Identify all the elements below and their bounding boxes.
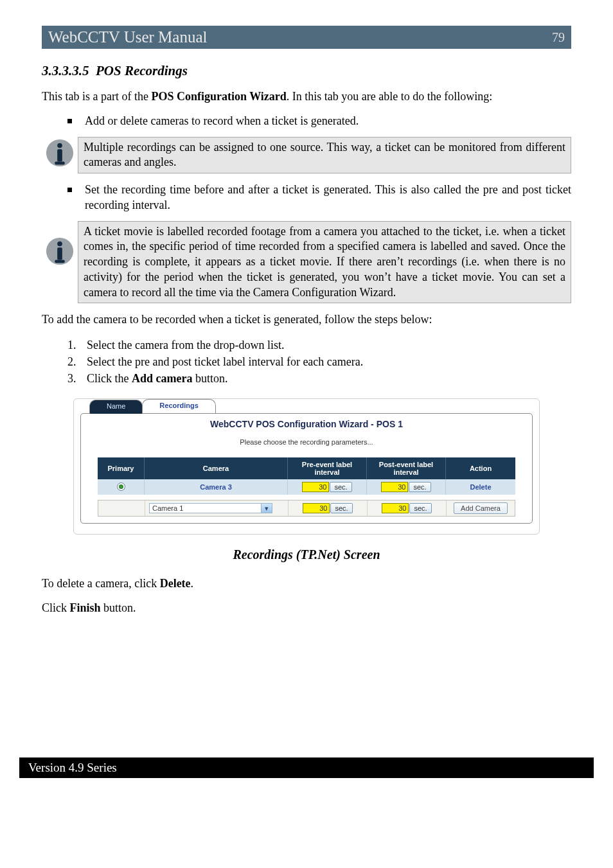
info-note-1-text: Multiple recordings can be assigned to o… <box>78 137 571 174</box>
delete-bold: Delete <box>160 577 191 590</box>
add-camera-cell: Camera 1 ▾ <box>145 500 289 516</box>
list-item: 2.Select the pre and post ticket label i… <box>67 353 571 370</box>
bullet-1-text: Add or delete cameras to record when a t… <box>85 114 571 129</box>
list-item: 3.Click the Add camera button. <box>67 370 571 387</box>
delete-post: . <box>191 577 194 590</box>
finish-instruction: Click Finish button. <box>42 601 571 616</box>
add-post-cell: 30sec. <box>368 500 447 516</box>
col-pre: Pre-event label interval <box>288 457 367 479</box>
step-number: 3. <box>67 370 87 387</box>
svg-rect-2 <box>57 149 62 161</box>
pre-interval-cell: 30sec. <box>288 479 367 495</box>
add-primary-cell <box>98 500 145 516</box>
dropdown-value: Camera 1 <box>150 504 261 513</box>
tab-name[interactable]: Name <box>89 400 143 414</box>
finish-bold: Finish <box>70 601 101 614</box>
wizard-subtitle: Please choose the recording parameters..… <box>81 438 532 446</box>
bullet-square-icon <box>67 119 72 123</box>
step-2-text: Select the pre and post ticket label int… <box>87 353 363 370</box>
post-interval-input[interactable]: 30 <box>382 503 409 513</box>
to-add-paragraph: To add the camera to be recorded when a … <box>42 312 571 328</box>
intro-bold: POS Configuration Wizard <box>151 90 286 103</box>
wizard-title: WebCCTV POS Configuration Wizard - POS 1 <box>81 419 532 429</box>
col-post-label: Post-event label interval <box>379 461 433 476</box>
delete-instruction: To delete a camera, click Delete. <box>42 576 571 592</box>
section-number: 3.3.3.3.5 <box>42 63 89 78</box>
svg-rect-7 <box>55 260 64 263</box>
col-action: Action <box>446 457 515 479</box>
wizard-screenshot: Name Recordings WebCCTV POS Configuratio… <box>73 398 540 535</box>
post-interval-input[interactable]: 30 <box>381 482 408 492</box>
header-bar: WebCCTV User Manual 79 <box>42 26 571 49</box>
col-primary: Primary <box>98 457 145 479</box>
add-camera-button[interactable]: Add Camera <box>454 502 508 514</box>
info-note-2: A ticket movie is labelled recorded foot… <box>42 221 571 304</box>
step-3-text: Click the Add camera button. <box>87 370 228 387</box>
table-header-row: Primary Camera Pre-event label interval … <box>98 457 515 479</box>
sec-button[interactable]: sec. <box>330 503 352 513</box>
bullet-2-text: Set the recording time before and after … <box>85 182 571 213</box>
primary-radio[interactable] <box>117 483 125 491</box>
intro-paragraph: This tab is a part of the POS Configurat… <box>42 89 571 105</box>
intro-after: . In this tab you are able to do the fol… <box>287 90 492 103</box>
svg-rect-6 <box>57 247 62 260</box>
bullet-2: Set the recording time before and after … <box>67 182 571 213</box>
step-1-text: Select the camera from the drop-down lis… <box>87 337 284 353</box>
info-note-1: Multiple recordings can be assigned to o… <box>42 137 571 174</box>
add-pre-cell: 30sec. <box>289 500 368 516</box>
step-3-post: button. <box>192 372 227 385</box>
wizard-tabs: Name Recordings <box>89 399 539 413</box>
tab-recordings[interactable]: Recordings <box>142 399 216 413</box>
list-item: 1.Select the camera from the drop-down l… <box>67 337 571 353</box>
bullet-1: Add or delete cameras to record when a t… <box>67 114 571 129</box>
pre-interval-input[interactable]: 30 <box>303 503 330 513</box>
section-title: POS Recordings <box>96 63 188 78</box>
finish-pre: Click <box>42 601 70 614</box>
sec-button[interactable]: sec. <box>330 482 351 492</box>
steps-list: 1.Select the camera from the drop-down l… <box>67 337 571 387</box>
footer-bar: Version 4.9 Series <box>19 757 594 778</box>
sec-button[interactable]: sec. <box>409 503 431 513</box>
step-number: 2. <box>67 353 87 370</box>
pre-interval-input[interactable]: 30 <box>302 482 329 492</box>
col-camera: Camera <box>145 457 288 479</box>
add-camera-row: Camera 1 ▾ 30sec. 30sec. Add Camera <box>98 500 515 517</box>
svg-point-1 <box>57 143 62 148</box>
action-cell: Delete <box>446 479 515 495</box>
recordings-table: Primary Camera Pre-event label interval … <box>98 457 515 495</box>
camera-dropdown[interactable]: Camera 1 ▾ <box>149 503 272 513</box>
step-3-bold: Add camera <box>132 372 192 385</box>
doc-title: WebCCTV User Manual <box>48 28 208 46</box>
finish-post: button. <box>101 601 136 614</box>
version-label: Version 4.9 Series <box>28 761 117 774</box>
page-number: 79 <box>552 30 565 45</box>
delete-pre: To delete a camera, click <box>42 577 160 590</box>
col-pre-label: Pre-event label interval <box>302 461 352 476</box>
camera-link[interactable]: Camera 3 <box>200 483 232 491</box>
step-3-pre: Click the <box>87 372 132 385</box>
svg-rect-3 <box>55 161 64 164</box>
add-action-cell: Add Camera <box>447 500 515 516</box>
wizard-panel: WebCCTV POS Configuration Wizard - POS 1… <box>80 413 533 524</box>
info-note-2-text: A ticket movie is labelled recorded foot… <box>78 221 571 304</box>
intro-before: This tab is a part of the <box>42 90 151 103</box>
primary-radio-cell <box>98 479 145 495</box>
bullet-square-icon <box>67 188 72 192</box>
sec-button[interactable]: sec. <box>409 482 431 492</box>
camera-cell: Camera 3 <box>145 479 288 495</box>
table-row: Camera 3 30sec. 30sec. Delete <box>98 479 515 495</box>
info-icon <box>42 137 78 168</box>
col-post: Post-event label interval <box>367 457 446 479</box>
delete-link[interactable]: Delete <box>470 483 491 491</box>
section-heading: 3.3.3.3.5 POS Recordings <box>42 63 571 79</box>
svg-point-5 <box>57 241 62 246</box>
info-icon <box>42 221 78 266</box>
post-interval-cell: 30sec. <box>367 479 446 495</box>
chevron-down-icon: ▾ <box>261 504 272 513</box>
step-number: 1. <box>67 337 87 353</box>
figure-caption: Recordings (TP.Net) Screen <box>42 547 571 562</box>
